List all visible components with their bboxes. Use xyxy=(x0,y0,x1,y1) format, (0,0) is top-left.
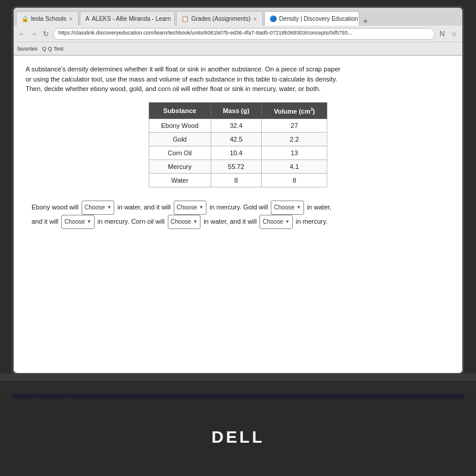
tab-aleks-close[interactable]: ✕ xyxy=(173,16,175,22)
corn-mercury-select[interactable]: Choose ▼ xyxy=(259,215,292,229)
cell-mass-3: 10.4 xyxy=(211,146,262,160)
corn-water-select-text: Choose xyxy=(171,216,191,228)
corn-mercury-select-arrow: ▼ xyxy=(285,217,290,227)
address-text: https://classlink.discoveryeducation.com… xyxy=(58,30,352,36)
tab-grades-label: Grades (Assignments) xyxy=(191,15,250,22)
browser-chrome: 🔒 leola Schools ✕ A ALEKS - Allie Mirand… xyxy=(14,8,462,56)
table-row: Mercury 55.72 4.1 xyxy=(149,160,327,174)
gold-mercury-select[interactable]: Choose ▼ xyxy=(61,215,94,229)
screen-content: 🔒 leola Schools ✕ A ALEKS - Allie Mirand… xyxy=(14,8,462,373)
new-tab-button[interactable]: + xyxy=(361,16,370,26)
cell-mass-2: 42.5 xyxy=(211,133,262,146)
laptop-hinge xyxy=(0,374,476,381)
bookmark-favorites[interactable]: favorites xyxy=(17,46,37,52)
col-header-substance: Substance xyxy=(149,102,211,119)
cell-mass-5: 8 xyxy=(211,174,262,187)
sentence1-mid1: in water, and it will xyxy=(117,203,170,211)
corn-mercury-select-text: Choose xyxy=(262,216,283,228)
tab-grades-close[interactable]: ✕ xyxy=(253,16,258,22)
page-description: A substance's density determines whether… xyxy=(26,64,450,94)
sentence2-post: in mercury. xyxy=(296,218,328,225)
desc-line3: Then, decide whether ebony wood, gold, a… xyxy=(26,85,321,92)
address-bar: ← → ↻ https://classlink.discoveryeducati… xyxy=(14,26,462,42)
gold-mercury-select-text: Choose xyxy=(64,216,84,228)
tab-grades-icon: 📋 xyxy=(181,15,189,22)
ebony-mercury-select-arrow: ▼ xyxy=(199,203,203,212)
sentence1-pre: Ebony wood will xyxy=(32,203,79,211)
table-row: Corn Oil 10.4 13 xyxy=(149,146,327,160)
cell-volume-4: 4.1 xyxy=(262,160,327,174)
sentence2-pre: and it will xyxy=(32,218,58,225)
cell-volume-2: 2.2 xyxy=(262,133,327,146)
tab-aleks-label: ALEKS - Allie Miranda - Learn xyxy=(92,15,171,22)
refresh-button[interactable]: ↻ xyxy=(41,29,51,39)
col-header-mass: Mass (g) xyxy=(211,102,262,119)
gold-mercury-select-arrow: ▼ xyxy=(87,217,92,227)
bookmark-test[interactable]: Q Q Test xyxy=(42,46,63,52)
corn-water-select[interactable]: Choose ▼ xyxy=(168,215,201,229)
ebony-water-select[interactable]: Choose ▼ xyxy=(82,201,114,215)
laptop-bottom: DELL xyxy=(0,399,476,476)
dell-logo: DELL xyxy=(211,428,264,447)
cell-substance-5: Water xyxy=(149,174,211,187)
cell-volume-5: 8 xyxy=(262,174,327,187)
tab-leola-schools[interactable]: 🔒 leola Schools ✕ xyxy=(16,11,79,26)
address-input[interactable]: https://classlink.discoveryeducation.com… xyxy=(53,28,435,40)
table-row: Water 8 8 xyxy=(149,174,327,187)
tab-leola-close[interactable]: ✕ xyxy=(68,16,73,22)
bookmark-test-label: Q Test xyxy=(48,46,64,52)
forward-button[interactable]: → xyxy=(29,29,39,39)
tab-density-icon: 🔵 xyxy=(270,15,277,22)
gold-water-select[interactable]: Choose ▼ xyxy=(271,201,303,215)
tab-grades[interactable]: 📋 Grades (Assignments) ✕ xyxy=(176,11,262,26)
desc-line2: or using the calculator tool, use the ma… xyxy=(26,76,337,83)
tab-leola-icon: 🔒 xyxy=(21,15,29,22)
cell-volume-3: 13 xyxy=(262,146,327,160)
cell-mass-4: 55.72 xyxy=(211,160,262,174)
tab-density-label: Density | Discovery Education xyxy=(279,15,358,22)
tabs-bar: 🔒 leola Schools ✕ A ALEKS - Allie Mirand… xyxy=(14,8,462,26)
gold-water-select-text: Choose xyxy=(274,202,294,214)
tab-aleks[interactable]: A ALEKS - Allie Miranda - Learn ✕ xyxy=(80,11,175,26)
sentence2-mid2: in water, and it will xyxy=(203,218,256,225)
page-area: A substance's density determines whether… xyxy=(14,56,462,372)
back-button[interactable]: ← xyxy=(17,29,27,39)
cell-mass-1: 32.4 xyxy=(211,119,262,133)
tab-leola-label: leola Schools xyxy=(31,15,66,22)
ebony-water-select-arrow: ▼ xyxy=(107,203,111,212)
bookmarks-bar: favorites Q Q Test xyxy=(14,42,462,55)
sentence1-mid2: in mercury. Gold will xyxy=(209,203,268,211)
tab-aleks-icon: A xyxy=(85,15,89,22)
col-header-volume: Volume (cm3) xyxy=(262,102,327,119)
sentence2-mid1: in mercury. Corn oil will xyxy=(98,218,165,225)
cell-substance-2: Gold xyxy=(149,133,211,146)
ebony-mercury-select-text: Choose xyxy=(177,202,197,214)
desc-line1: A substance's density determines whether… xyxy=(26,65,340,73)
corn-water-select-arrow: ▼ xyxy=(193,217,198,227)
cell-substance-1: Ebony Wood xyxy=(149,119,211,133)
table-row: Gold 42.5 2.2 xyxy=(149,133,327,146)
ebony-water-select-text: Choose xyxy=(84,202,105,214)
bookmark-button[interactable]: ☆ xyxy=(449,29,459,39)
ebony-mercury-select[interactable]: Choose ▼ xyxy=(174,201,206,215)
substance-table: Substance Mass (g) Volume (cm3) Ebony Wo… xyxy=(149,102,328,188)
bookmark-q-icon: Q xyxy=(42,46,46,52)
sentence1-post: in water, xyxy=(307,203,331,211)
laptop-frame: 🔒 leola Schools ✕ A ALEKS - Allie Mirand… xyxy=(0,0,476,476)
screen-bezel: 🔒 leola Schools ✕ A ALEKS - Allie Mirand… xyxy=(12,6,464,375)
tab-density[interactable]: 🔵 Density | Discovery Education ✕ xyxy=(264,11,359,26)
sentence-section: Ebony wood will Choose ▼ in water, and i… xyxy=(26,197,450,233)
cell-substance-3: Corn Oil xyxy=(149,146,211,160)
cell-substance-4: Mercury xyxy=(149,160,211,174)
extensions-button[interactable]: N xyxy=(437,29,447,39)
table-row: Ebony Wood 32.4 27 xyxy=(149,119,327,133)
cell-volume-1: 27 xyxy=(262,119,327,133)
gold-water-select-arrow: ▼ xyxy=(296,203,301,212)
